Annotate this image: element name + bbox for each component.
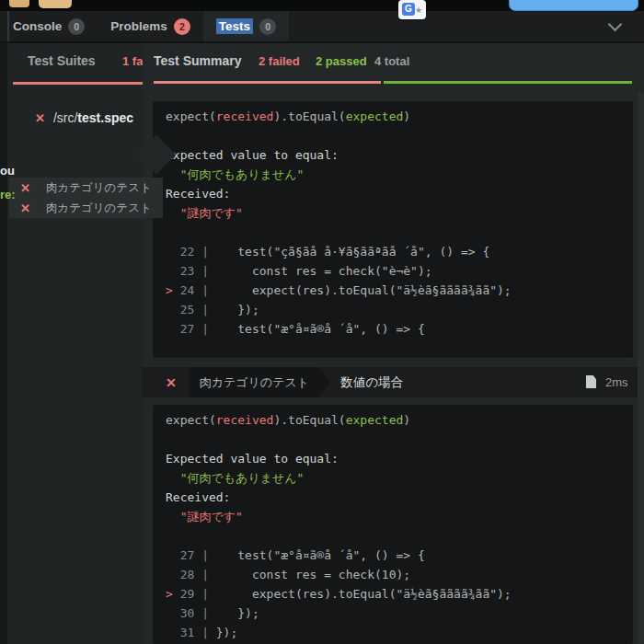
code-token: Expected value to equal: — [166, 148, 339, 162]
test-duration: 2ms — [605, 375, 628, 389]
top-window-strip — [0, 0, 644, 11]
code-line: 27 | test("æ°å¤ã®å ´å", () => { — [166, 546, 633, 565]
code-line: expect(received).toEqual(expected) — [166, 107, 633, 126]
suite-test-label: 肉カテゴリのテスト — [46, 180, 152, 196]
code-token: ).toEqual( — [273, 413, 345, 427]
summary-total-count: 4 total — [374, 54, 409, 68]
test-suites-panel: Test Suites 1 fa ✕ /src/test.spec — [7, 41, 143, 644]
clipped-text-fragment-top: ou — [0, 164, 15, 178]
code-token: 27 | — [166, 322, 216, 336]
code-line: 25 | }); — [166, 300, 633, 319]
test-summary-title: Test Summary — [154, 53, 241, 68]
summary-passed-count: 2 passed — [316, 54, 367, 68]
google-translate-icon[interactable]: G ★ — [398, 0, 426, 19]
code-token: expect(res).toEqual("ä½èã§ãããã¾ãã"); — [216, 587, 512, 601]
tab-console[interactable]: Console 0 — [0, 11, 98, 41]
code-token: > — [166, 283, 180, 297]
blue-action-button[interactable] — [509, 0, 638, 11]
tests-count-badge: 0 — [259, 18, 276, 35]
tab-tests[interactable]: Tests 0 — [203, 11, 289, 41]
code-token: "何肉でもありません" — [166, 471, 304, 485]
code-line — [166, 223, 633, 242]
breadcrumb-suite-name: 肉カテゴリのテスト — [189, 367, 329, 397]
code-token: 23 | — [166, 264, 216, 278]
code-token: ).toEqual( — [273, 109, 345, 123]
summary-failed-count: 2 failed — [259, 54, 300, 68]
test-suites-title: Test Suites — [28, 53, 96, 68]
code-line: Expected value to equal: — [166, 145, 633, 165]
collapse-panel-chevron-icon[interactable] — [608, 17, 623, 32]
code-line: Received: — [166, 184, 633, 203]
code-line: 22 | test("çã§ãå å·¥ã§ããªãå ´å", () => { — [166, 242, 633, 261]
suite-file-item[interactable]: ✕ /src/test.spec — [35, 110, 145, 125]
suite-test-item-1[interactable]: ✕ 肉カテゴリのテスト — [9, 178, 163, 198]
code-line: 31 | }); — [166, 623, 633, 642]
failed-test-header[interactable]: ✕ 肉カテゴリのテスト 数値の場合 2ms — [143, 367, 644, 397]
code-token: "謎肉です" — [166, 510, 243, 523]
suite-file-name: test.spec — [77, 110, 133, 125]
code-line: "何肉でもありません" — [166, 468, 633, 488]
suite-test-item-2[interactable]: ✕ 肉カテゴリのテスト — [9, 198, 163, 218]
code-line: "謎肉です" — [166, 203, 633, 223]
code-token: expect(res).toEqual("ä½èã§ãããã¾ãã"); — [216, 283, 512, 297]
code-token: expect( — [166, 413, 216, 427]
translate-star-glyph: ★ — [415, 6, 422, 15]
code-token: 22 | — [166, 245, 216, 259]
tan-button-left[interactable] — [9, 0, 29, 7]
tab-console-label: Console — [13, 19, 62, 33]
tab-tests-label: Tests — [216, 18, 253, 34]
code-token: 25 | — [166, 303, 216, 316]
summary-failed-bar — [154, 81, 381, 84]
code-token: ) — [403, 109, 410, 123]
failed-x-icon: ✕ — [166, 375, 177, 390]
tan-button-right[interactable] — [39, 0, 72, 8]
left-gutter — [0, 41, 7, 644]
code-token: const res = check(10); — [216, 568, 410, 581]
code-token: 31 | — [166, 626, 216, 639]
clipped-text-fragment-bottom: re: — [0, 188, 16, 201]
code-token: }); — [216, 303, 259, 316]
problems-count-badge: 2 — [174, 18, 190, 35]
code-token: 28 | — [166, 568, 216, 581]
suite-test-label: 肉カテゴリのテスト — [46, 201, 152, 216]
code-token: ) — [403, 413, 410, 427]
code-token: "何肉でもありません" — [166, 167, 304, 181]
code-line: Received: — [166, 488, 633, 507]
file-document-icon[interactable] — [586, 375, 596, 388]
code-token: const res = check("è¬è"); — [216, 264, 432, 278]
suite-file-prefix: /src/ — [53, 110, 77, 125]
suite-file-path: /src/test.spec — [53, 110, 133, 125]
code-token: test("çã§ãå å·¥ã§ããªãå ´å", () => { — [216, 245, 489, 259]
code-token: "謎肉です" — [166, 206, 243, 220]
failure-output-block-2: expect(received).toEqual(expected) Expec… — [153, 405, 633, 644]
code-line — [166, 430, 633, 449]
code-line: 27 | test("æ°å¤ã®å ´å", () => { — [166, 319, 633, 339]
panel-tab-bar: Console 0 Problems 2 Tests 0 — [0, 11, 644, 43]
code-token: > — [166, 587, 180, 601]
code-token: 30 | — [166, 606, 216, 620]
test-runner-screen: G ★ Console 0 Problems 2 Tests 0 Test Su… — [0, 0, 644, 644]
code-line: expect(received).toEqual(expected) — [166, 410, 633, 430]
code-line: 30 | }); — [166, 604, 633, 623]
code-token: 27 | — [166, 548, 216, 562]
failed-x-icon: ✕ — [20, 201, 30, 215]
test-summary-panel: Test Summary 2 failed 2 passed 4 total e… — [143, 41, 644, 644]
translate-g-glyph: G — [402, 3, 415, 16]
code-token: Expected value to equal: — [166, 452, 339, 466]
code-token: }); — [216, 606, 259, 620]
code-line: "何肉でもありません" — [166, 165, 633, 184]
summary-passed-bar — [384, 81, 632, 84]
code-token: 24 | — [180, 283, 216, 297]
code-token: test("æ°å¤ã®å ´å", () => { — [216, 322, 425, 336]
code-line: > 24 | expect(res).toEqual("ä½èã§ãããã¾ãã… — [166, 281, 633, 300]
code-line: "謎肉です" — [166, 507, 633, 526]
failed-x-icon: ✕ — [20, 181, 30, 195]
panel-scrollbar[interactable] — [638, 92, 644, 644]
tab-problems[interactable]: Problems 2 — [98, 11, 203, 41]
code-line: Expected value to equal: — [166, 449, 633, 468]
console-count-badge: 0 — [68, 18, 85, 35]
code-line: 23 | const res = check("è¬è"); — [166, 261, 633, 281]
code-token: expected — [346, 413, 404, 427]
failure-output-block-1: expect(received).toEqual(expected) Expec… — [153, 101, 633, 358]
failed-x-icon: ✕ — [35, 111, 45, 125]
